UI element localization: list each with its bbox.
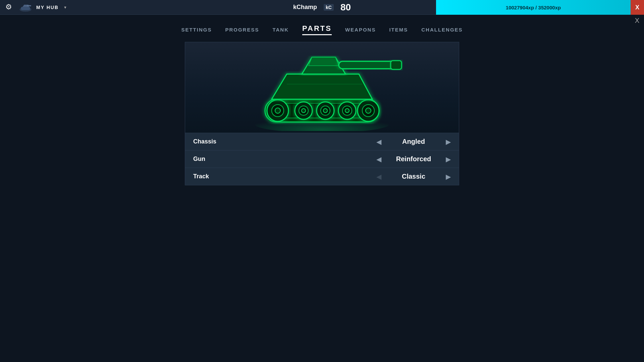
gun-row: Gun ◀ Reinforced ▶ (185, 150, 459, 168)
nav-item-tank[interactable]: TANK (272, 27, 289, 33)
tank-illustration (235, 44, 409, 131)
chassis-next-button[interactable]: ▶ (446, 138, 451, 146)
xp-bar: 10027904xp / 352000xp (436, 0, 631, 15)
gun-prev-button[interactable]: ◀ (376, 155, 381, 163)
track-row: Track ◀ Classic ▶ (185, 168, 459, 185)
hub-dropdown-arrow[interactable]: ▼ (63, 5, 67, 9)
gun-next-button[interactable]: ▶ (446, 155, 451, 163)
nav-item-items[interactable]: ITEMS (389, 27, 408, 33)
gear-icon[interactable]: ⚙ (5, 3, 15, 12)
close-topbar-button[interactable]: X (631, 0, 644, 15)
center-section: kChamp kC 80 (293, 2, 351, 13)
svg-rect-1 (21, 7, 30, 10)
nav-item-weapons[interactable]: WEAPONS (345, 27, 376, 33)
close-icon: X (635, 4, 639, 11)
level-badge: 80 (340, 2, 351, 13)
kc-badge: kC (324, 4, 334, 11)
nav-item-progress[interactable]: PROGRESS (225, 27, 259, 33)
svg-rect-26 (391, 61, 401, 69)
close-window-button[interactable]: X (635, 17, 639, 24)
svg-point-15 (323, 109, 327, 113)
nav-item-parts[interactable]: PARTS (302, 24, 332, 35)
track-label: Track (193, 173, 376, 180)
chassis-prev-button[interactable]: ◀ (376, 138, 381, 146)
svg-point-9 (275, 108, 280, 113)
track-selector: ◀ Classic ▶ (376, 173, 451, 181)
chassis-selector: ◀ Angled ▶ (376, 138, 451, 146)
tank-avatar-icon (19, 3, 32, 12)
nav-item-challenges[interactable]: CHALLENGES (421, 27, 463, 33)
username: kChamp (293, 4, 317, 11)
svg-rect-25 (339, 61, 396, 69)
svg-marker-24 (309, 57, 339, 66)
track-prev-button[interactable]: ◀ (376, 173, 381, 181)
tank-display (185, 42, 459, 133)
main-panel: Chassis ◀ Angled ▶ Gun ◀ Reinforced ▶ Tr… (185, 42, 459, 185)
xp-bar-container: 10027904xp / 352000xp (436, 0, 631, 15)
svg-rect-3 (27, 5, 31, 6)
svg-point-12 (302, 109, 306, 113)
track-value: Classic (387, 173, 440, 180)
svg-point-21 (366, 108, 371, 113)
topbar: ⚙ MY HUB ▼ kChamp kC 80 10027904xp / 352… (0, 0, 644, 15)
svg-point-18 (345, 109, 349, 113)
nav: SETTINGS PROGRESS TANK PARTS WEAPONS ITE… (0, 15, 644, 42)
gun-value: Reinforced (387, 155, 440, 163)
xp-text: 10027904xp / 352000xp (506, 5, 561, 10)
hub-label[interactable]: MY HUB (36, 5, 59, 10)
chassis-label: Chassis (193, 138, 376, 145)
gun-label: Gun (193, 156, 376, 163)
hub-section: ⚙ MY HUB ▼ (0, 0, 72, 14)
svg-marker-22 (272, 74, 372, 99)
chassis-value: Angled (387, 138, 440, 145)
chassis-row: Chassis ◀ Angled ▶ (185, 133, 459, 150)
gun-selector: ◀ Reinforced ▶ (376, 155, 451, 163)
nav-item-settings[interactable]: SETTINGS (181, 27, 212, 33)
track-next-button[interactable]: ▶ (446, 173, 451, 181)
close-window-icon: X (635, 17, 639, 24)
